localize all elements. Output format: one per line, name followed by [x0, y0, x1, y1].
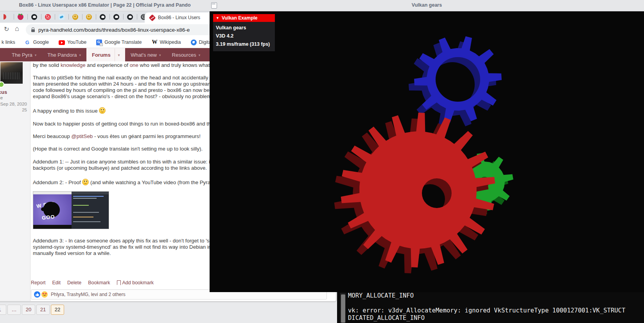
collapse-triangle-icon: ▼	[216, 16, 219, 20]
page-button-…[interactable]: …	[7, 305, 21, 315]
page-button-20[interactable]: 20	[22, 305, 35, 315]
page-button-21[interactable]: 21	[36, 305, 50, 315]
bookmark-label: Wikipedia	[160, 39, 181, 45]
partial-red-icon	[4, 14, 6, 20]
chevron-down-icon: ▾	[35, 53, 37, 57]
attachment-thumbnail[interactable]: W RLD GOO	[33, 191, 109, 229]
vulkan-window-title[interactable]: Vulkan gears	[210, 2, 644, 8]
report-link[interactable]: Report	[31, 280, 46, 285]
post-date: Sep 28, 2020	[0, 102, 27, 106]
vulkan-stats: Vulkan gearsV3D 4.23.19 ms/frame (313 fp…	[213, 22, 275, 51]
post-text: backports (or upcoming bullseye) and pat…	[33, 165, 207, 171]
post-link[interactable]: @ptitSeb	[71, 133, 93, 139]
smiley-emoji	[82, 179, 89, 185]
pinned-tab[interactable]	[82, 11, 96, 23]
post-footer-links: ReportEditDeleteBookmarkAdd bookmark	[31, 280, 154, 285]
chevron-down-icon: ▾	[199, 53, 201, 57]
nav-item-what-s-new[interactable]: What's new▾	[125, 48, 166, 61]
nav-item-forums[interactable]: Forums▾	[86, 48, 125, 61]
nav-label: What's new	[131, 52, 157, 58]
avatar[interactable]	[0, 62, 23, 84]
nav-item-the-pandora[interactable]: The Pandora▾	[42, 48, 86, 61]
user-post-count: 25	[0, 108, 27, 112]
pinned-tab[interactable]	[0, 11, 14, 23]
terminal-scrollbar[interactable]	[340, 293, 346, 323]
terminal-window: MORY_ALLOCATE_INFO vk: error: v3dv_Alloc…	[337, 292, 644, 323]
pinned-tab[interactable]	[27, 11, 41, 23]
post-text: - vous êtes un géant parmi les programme…	[93, 133, 201, 139]
delete-link[interactable]: Delete	[67, 280, 81, 285]
digital-icon	[191, 39, 197, 45]
bookmark-label: Google	[33, 39, 49, 45]
vulkan-stat-line: V3D 4.2	[216, 32, 272, 40]
red-flower-icon	[45, 14, 51, 20]
chevron-down-icon: ▾	[115, 48, 120, 61]
thumbs-up-icon	[34, 291, 40, 298]
wm-titlebar: Box86 - Linux Userspace x86 Emulator | P…	[0, 0, 644, 11]
add-bookmark-link[interactable]: Add bookmark	[117, 280, 154, 285]
github-icon	[31, 14, 37, 20]
bookmark-youtube[interactable]: YouTube	[59, 39, 86, 45]
edit-link[interactable]: Edit	[52, 280, 61, 285]
bookmark-google[interactable]: Google	[25, 39, 49, 45]
bookmark-google-translate[interactable]: Google Translate	[96, 39, 142, 45]
heart-eyes-icon	[41, 291, 48, 298]
vulkan-overlay: ▼ Vulkan Example Vulkan gearsV3D 4.23.19…	[213, 14, 275, 51]
pyra-favicon-icon	[149, 14, 156, 21]
post-text: Addendum 2: - Proof	[33, 179, 82, 185]
desktop: Box86 - Linux Userspace x86 Emulator | P…	[0, 0, 644, 323]
bookmark-wikipedia[interactable]: Wikipedia	[151, 39, 181, 45]
pinned-tab[interactable]	[109, 11, 123, 23]
pagination: 1…202122	[0, 305, 64, 315]
pinned-tab[interactable]	[41, 11, 55, 23]
terminal-scrollbar-thumb[interactable]	[341, 294, 345, 323]
chevron-down-icon: ▾	[79, 53, 81, 57]
reload-icon[interactable]: ↻	[4, 26, 9, 33]
home-icon[interactable]: ⌂	[15, 25, 19, 32]
vulkan-overlay-header[interactable]: ▼ Vulkan Example	[213, 14, 275, 22]
world-of-goo-screenshot: W RLD GOO	[33, 192, 72, 229]
nav-label: The Pandora	[47, 52, 77, 58]
username[interactable]: adicus	[0, 89, 7, 95]
raspberry-pi-icon	[18, 14, 23, 20]
book-gold-icon	[72, 14, 78, 20]
github-icon	[100, 14, 106, 20]
post-text: (and while watching a YouTube video (fro…	[89, 179, 218, 185]
post-text: (Hope that is correct and Google transla…	[33, 146, 203, 152]
bookmark-k-links[interactable]: k links	[2, 39, 15, 45]
post-text: who well and truly knows what he'	[138, 62, 218, 68]
pinned-tab[interactable]	[55, 11, 68, 23]
translate-icon	[96, 39, 102, 45]
post-text: Now back to happier posts of getting coo…	[33, 121, 217, 127]
book-gold-icon	[86, 14, 92, 20]
pinned-tab[interactable]	[123, 11, 137, 23]
nav-label: The Pyra	[12, 52, 32, 58]
post-text: and experience of	[86, 62, 130, 68]
bookmark-link[interactable]: Bookmark	[88, 280, 110, 285]
post-text: by the solid	[33, 62, 61, 68]
blue-dot-icon	[59, 14, 65, 20]
bookmark-flag-icon	[117, 280, 121, 285]
post-text: A happy ending to this issue	[33, 108, 99, 114]
page-button-1[interactable]: 1	[0, 305, 6, 315]
post-text: Addendum 3: - In case someone does apply…	[33, 238, 218, 244]
post-user-column: adicus ewbie Sep 28, 2020 25	[0, 61, 30, 301]
nav-item-the-pyra[interactable]: The Pyra▾	[6, 48, 42, 61]
page-button-22[interactable]: 22	[51, 305, 64, 315]
post-text: Addendum 1: -- Just in case anyone stumb…	[33, 159, 218, 165]
vulkan-stat-line: 3.19 ms/frame (313 fps)	[216, 40, 272, 48]
user-title: ewbie	[0, 95, 3, 100]
post-text: manually fixed version for a while.	[33, 250, 111, 256]
browser-window-title[interactable]: Box86 - Linux Userspace x86 Emulator | P…	[0, 2, 210, 8]
nav-label: Resources	[172, 52, 196, 58]
pinned-tab[interactable]	[96, 11, 109, 23]
post-text: systemd-sysv systemd-timesyncd' as the f…	[33, 244, 220, 250]
nav-item-resources[interactable]: Resources▾	[167, 48, 206, 61]
post-link[interactable]: one	[130, 62, 138, 68]
pinned-tab[interactable]	[68, 11, 82, 23]
lock-icon[interactable]	[31, 29, 35, 32]
post-link[interactable]: knowledge	[61, 62, 86, 68]
post-text: code followed by hours of compiling on t…	[33, 87, 219, 93]
vulkan-gears-window: ▼ Vulkan Example Vulkan gearsV3D 4.23.19…	[210, 11, 644, 292]
pinned-tab[interactable]	[14, 11, 27, 23]
